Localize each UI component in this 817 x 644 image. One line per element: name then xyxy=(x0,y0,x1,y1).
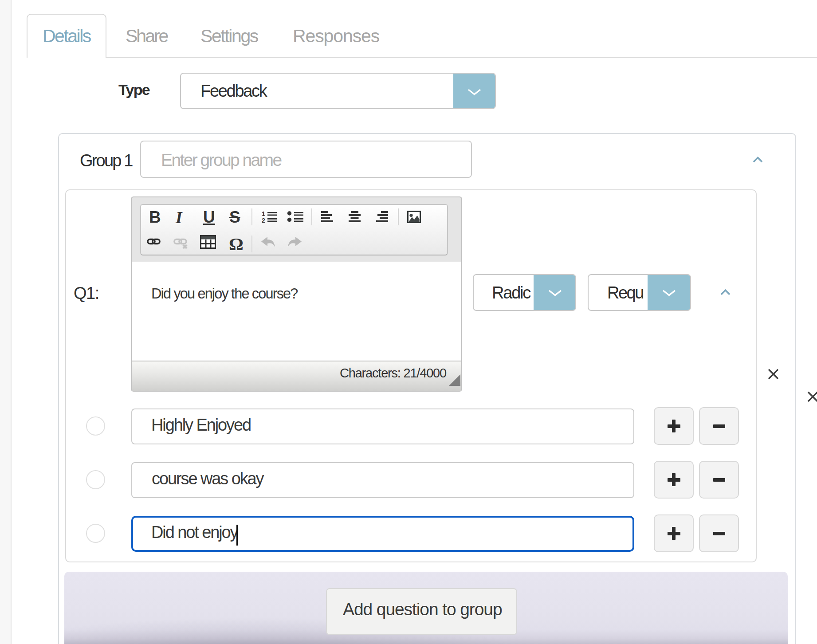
svg-text:2: 2 xyxy=(262,217,265,223)
svg-text:1: 1 xyxy=(262,210,265,217)
